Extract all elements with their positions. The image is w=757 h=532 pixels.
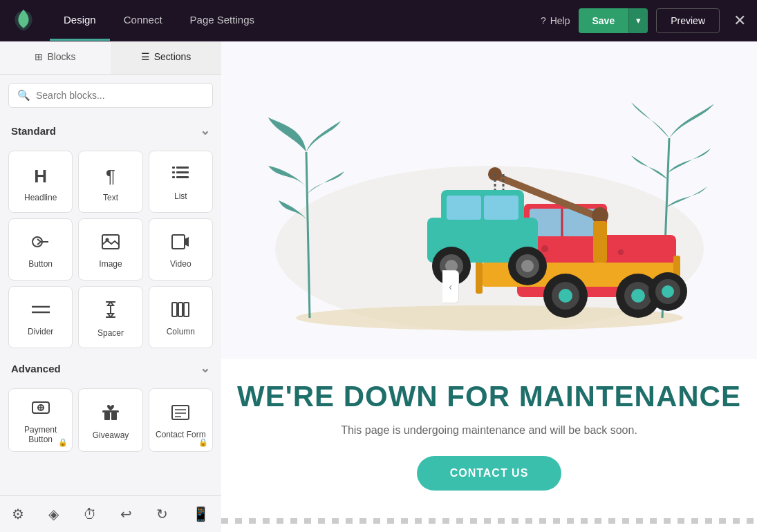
search-icon: 🔍 bbox=[17, 89, 30, 102]
sidebar-toolbar: ⚙ ◈ ⏱ ↩ ↻ 📱 bbox=[0, 495, 221, 532]
search-box: 🔍 bbox=[0, 75, 221, 116]
search-input[interactable] bbox=[36, 90, 204, 101]
layers-button[interactable]: ◈ bbox=[37, 500, 70, 528]
contact-form-lock-icon: 🔒 bbox=[198, 438, 208, 447]
block-image[interactable]: Image bbox=[78, 218, 142, 281]
standard-blocks-grid: H Headline ¶ Text List Button bbox=[0, 145, 221, 354]
svg-rect-4 bbox=[172, 176, 175, 178]
logo bbox=[11, 8, 36, 33]
top-nav: Design Connect Page Settings ? Help Save… bbox=[0, 0, 757, 41]
block-payment-button[interactable]: Payment Button 🔒 bbox=[8, 388, 73, 452]
svg-rect-24 bbox=[111, 412, 117, 420]
search-input-wrap: 🔍 bbox=[8, 83, 213, 108]
history-button[interactable]: ⏱ bbox=[72, 501, 108, 528]
svg-rect-23 bbox=[104, 412, 110, 420]
list-label: List bbox=[174, 191, 187, 201]
canvas: WE'RE DOWN FOR MAINTENANCE This page is … bbox=[221, 41, 757, 532]
svg-point-65 bbox=[541, 245, 548, 252]
blocks-icon: ⊞ bbox=[35, 51, 43, 62]
panel-toggle-button[interactable]: ‹ bbox=[442, 270, 459, 303]
block-text[interactable]: ¶ Text bbox=[78, 151, 142, 213]
sections-icon: ☰ bbox=[141, 51, 150, 62]
svg-rect-22 bbox=[102, 410, 119, 412]
svg-rect-1 bbox=[176, 167, 189, 169]
payment-lock-icon: 🔒 bbox=[58, 438, 68, 447]
save-button-group: Save ▾ bbox=[579, 8, 648, 33]
maintenance-title: WE'RE DOWN FOR MAINTENANCE bbox=[235, 380, 743, 413]
standard-section-title[interactable]: Standard ⌄ bbox=[0, 116, 221, 145]
nav-tab-design[interactable]: Design bbox=[50, 0, 110, 41]
block-button[interactable]: Button bbox=[8, 218, 73, 281]
save-button[interactable]: Save bbox=[579, 8, 629, 33]
payment-button-icon bbox=[32, 400, 50, 419]
nav-tab-page-settings[interactable]: Page Settings bbox=[176, 0, 268, 41]
text-icon: ¶ bbox=[106, 166, 115, 187]
text-label: Text bbox=[103, 193, 118, 202]
preview-button[interactable]: Preview bbox=[656, 8, 720, 33]
svg-rect-3 bbox=[176, 171, 189, 173]
block-divider[interactable]: Divider bbox=[8, 286, 73, 348]
tab-sections[interactable]: ☰ Sections bbox=[111, 41, 221, 74]
giveaway-label: Giveaway bbox=[93, 430, 129, 440]
advanced-blocks-grid: Payment Button 🔒 Giveaway Contact Form 🔒 bbox=[0, 383, 221, 457]
svg-point-55 bbox=[521, 260, 534, 272]
mobile-preview-button[interactable]: 📱 bbox=[181, 500, 221, 528]
video-label: Video bbox=[170, 259, 191, 269]
divider-label: Divider bbox=[28, 327, 53, 336]
spacer-icon bbox=[103, 301, 118, 323]
spacer-label: Spacer bbox=[97, 328, 124, 338]
contact-form-icon bbox=[171, 405, 189, 424]
nav-tab-connect[interactable]: Connect bbox=[110, 0, 176, 41]
column-icon bbox=[171, 302, 189, 321]
block-giveaway[interactable]: Giveaway bbox=[78, 388, 142, 452]
sidebar-tabs: ⊞ Blocks ☰ Sections bbox=[0, 41, 221, 75]
svg-rect-16 bbox=[178, 303, 183, 316]
block-column[interactable]: Column bbox=[149, 286, 213, 348]
advanced-collapse-icon: ⌄ bbox=[200, 361, 210, 376]
main-layout: ⊞ Blocks ☰ Sections 🔍 Standard ⌄ H Hea bbox=[0, 41, 757, 532]
settings-button[interactable]: ⚙ bbox=[1, 500, 35, 528]
video-icon bbox=[171, 234, 189, 254]
image-icon bbox=[102, 234, 120, 254]
svg-point-66 bbox=[618, 249, 624, 255]
image-label: Image bbox=[99, 259, 122, 269]
maintenance-text-section: WE'RE DOWN FOR MAINTENANCE This page is … bbox=[221, 359, 757, 511]
block-headline[interactable]: H Headline bbox=[8, 151, 73, 213]
svg-point-64 bbox=[662, 285, 674, 298]
svg-rect-10 bbox=[172, 235, 185, 249]
button-icon bbox=[32, 234, 50, 254]
redo-button[interactable]: ↻ bbox=[145, 500, 179, 528]
block-video[interactable]: Video bbox=[149, 218, 213, 281]
svg-rect-2 bbox=[172, 171, 175, 173]
svg-point-61 bbox=[631, 289, 645, 303]
nav-tabs: Design Connect Page Settings bbox=[50, 0, 268, 41]
svg-point-58 bbox=[559, 289, 572, 303]
maintenance-sub: This page is undergoing maintenance and … bbox=[235, 424, 743, 437]
svg-rect-25 bbox=[172, 406, 189, 419]
tow-truck-illustration bbox=[254, 83, 725, 332]
maintenance-hero bbox=[221, 41, 757, 359]
divider-icon bbox=[32, 302, 50, 321]
giveaway-icon bbox=[102, 404, 120, 425]
svg-rect-48 bbox=[447, 196, 481, 220]
block-spacer[interactable]: Spacer bbox=[78, 286, 142, 348]
canvas-divider bbox=[221, 518, 757, 524]
contact-us-button[interactable]: CONTACT US bbox=[417, 456, 562, 491]
tab-blocks[interactable]: ⊞ Blocks bbox=[0, 41, 111, 74]
page-content: WE'RE DOWN FOR MAINTENANCE This page is … bbox=[221, 41, 757, 532]
headline-label: Headline bbox=[24, 193, 57, 202]
svg-rect-0 bbox=[172, 167, 175, 169]
standard-collapse-icon: ⌄ bbox=[200, 123, 210, 138]
advanced-section-title[interactable]: Advanced ⌄ bbox=[0, 354, 221, 383]
button-label: Button bbox=[28, 259, 53, 269]
svg-rect-15 bbox=[172, 303, 177, 316]
block-contact-form[interactable]: Contact Form 🔒 bbox=[149, 388, 213, 452]
save-dropdown-button[interactable]: ▾ bbox=[628, 8, 648, 33]
nav-right: ? Help Save ▾ Preview ✕ bbox=[541, 8, 746, 33]
chevron-down-icon: ▾ bbox=[636, 15, 641, 26]
svg-rect-43 bbox=[593, 221, 607, 263]
block-list[interactable]: List bbox=[149, 151, 213, 213]
help-button[interactable]: ? Help bbox=[541, 15, 570, 26]
undo-button[interactable]: ↩ bbox=[109, 500, 143, 528]
close-button[interactable]: ✕ bbox=[733, 12, 746, 30]
